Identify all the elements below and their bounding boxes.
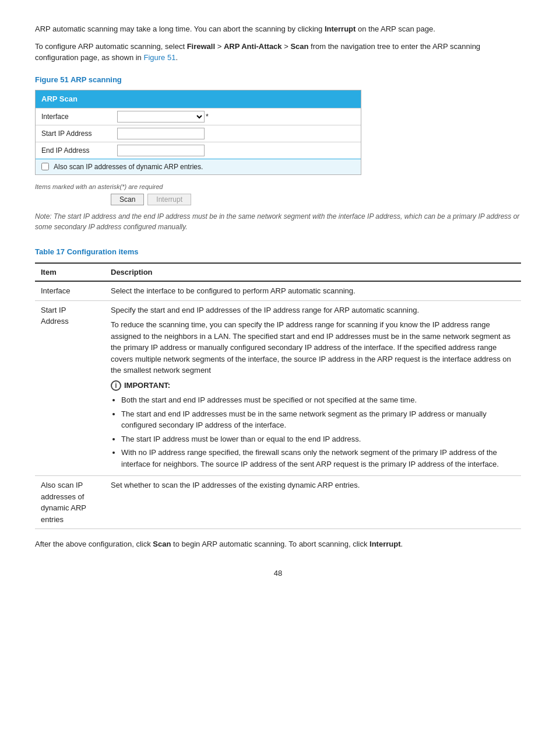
figure-label: Figure 51 ARP scanning	[35, 74, 521, 86]
table-row: Also scan IP addresses of dynamic ARP en…	[35, 476, 521, 529]
end-ip-input[interactable]	[117, 145, 205, 156]
table-header-row: Item Description	[35, 263, 521, 282]
page-number: 48	[35, 568, 521, 579]
arp-scan-box: ARP Scan Interface * Start IP Address En…	[35, 90, 361, 175]
checkbox-row: Also scan IP addresses of dynamic ARP en…	[36, 159, 361, 174]
important-block: i IMPORTANT:	[111, 380, 515, 391]
start-ip-label: Start IP Address	[41, 128, 117, 139]
item-start-ip: Start IP Address	[35, 300, 105, 476]
end-ip-row: End IP Address	[36, 142, 361, 159]
intro-para2: To configure ARP automatic scanning, sel…	[35, 41, 521, 64]
desc-also-scan: Set whether to scan the IP addresses of …	[105, 476, 521, 529]
list-item: With no IP address range specified, the …	[121, 447, 515, 470]
footer-text: After the above configuration, click Sca…	[35, 538, 521, 550]
required-text: Items marked with an asterisk(*) are req…	[35, 182, 521, 192]
table-row: Start IP Address Specify the start and e…	[35, 300, 521, 476]
scan-button[interactable]: Scan	[111, 194, 144, 205]
start-ip-row: Start IP Address	[36, 125, 361, 142]
intro-para1: ARP automatic scanning may take a long t…	[35, 23, 521, 35]
interrupt-button[interactable]: Interrupt	[147, 194, 191, 205]
interface-label: Interface	[41, 111, 117, 122]
list-item: Both the start and end IP addresses must…	[121, 394, 515, 406]
interface-select[interactable]	[117, 111, 205, 123]
table-label: Table 17 Configuration items	[35, 246, 521, 258]
start-ip-input[interactable]	[117, 128, 205, 139]
interface-row: Interface *	[36, 108, 361, 125]
item-also-scan: Also scan IP addresses of dynamic ARP en…	[35, 476, 105, 529]
end-ip-label: End IP Address	[41, 145, 117, 156]
bullet-list: Both the start and end IP addresses must…	[121, 394, 515, 470]
item-interface: Interface	[35, 281, 105, 300]
config-table: Item Description Interface Select the in…	[35, 262, 521, 530]
desc-start-detail: To reduce the scanning time, you can spe…	[111, 319, 515, 376]
table-row: Interface Select the interface to be con…	[35, 281, 521, 300]
desc-start-intro: Specify the start and end IP addresses o…	[111, 304, 515, 316]
desc-interface: Select the interface to be configured to…	[105, 281, 521, 300]
important-icon: i	[111, 380, 121, 391]
also-scan-label: Also scan IP addresses of dynamic ARP en…	[54, 162, 203, 172]
also-scan-checkbox[interactable]	[41, 163, 49, 170]
col-desc: Description	[105, 263, 521, 282]
important-label: IMPORTANT:	[124, 380, 170, 391]
list-item: The start IP address must be lower than …	[121, 433, 515, 445]
asterisk-mark: *	[206, 111, 209, 122]
desc-start-ip: Specify the start and end IP addresses o…	[105, 300, 521, 476]
arp-scan-header: ARP Scan	[36, 90, 361, 108]
col-item: Item	[35, 263, 105, 282]
note-text: Note: The start IP address and the end I…	[35, 211, 521, 232]
arp-buttons: Scan Interrupt	[111, 194, 521, 205]
list-item: The start and end IP addresses must be i…	[121, 408, 515, 431]
